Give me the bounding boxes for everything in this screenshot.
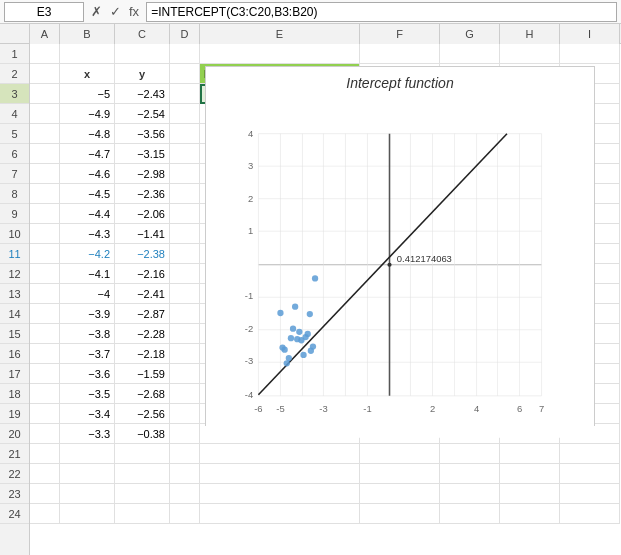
cell-E23[interactable] [200, 484, 360, 504]
cell-C23[interactable] [115, 484, 170, 504]
row-num-2[interactable]: 2 [0, 64, 29, 84]
cell-C4[interactable]: −2.54 [115, 104, 170, 124]
cell-D9[interactable] [170, 204, 200, 224]
col-header-d[interactable]: D [170, 24, 200, 44]
cell-D23[interactable] [170, 484, 200, 504]
cell-E24[interactable] [200, 504, 360, 524]
row-num-18[interactable]: 18 [0, 384, 29, 404]
cell-D19[interactable] [170, 404, 200, 424]
cell-C20[interactable]: −0.38 [115, 424, 170, 444]
row-num-10[interactable]: 10 [0, 224, 29, 244]
cell-C18[interactable]: −2.68 [115, 384, 170, 404]
cell-A15[interactable] [30, 324, 60, 344]
row-num-23[interactable]: 23 [0, 484, 29, 504]
cell-B21[interactable] [60, 444, 115, 464]
cell-D4[interactable] [170, 104, 200, 124]
col-header-e[interactable]: E [200, 24, 360, 44]
cell-C1[interactable] [115, 44, 170, 64]
cell-A18[interactable] [30, 384, 60, 404]
cell-F23[interactable] [360, 484, 440, 504]
cell-H24[interactable] [500, 504, 560, 524]
row-num-20[interactable]: 20 [0, 424, 29, 444]
cell-C22[interactable] [115, 464, 170, 484]
cell-G23[interactable] [440, 484, 500, 504]
cell-I23[interactable] [560, 484, 620, 504]
cell-I22[interactable] [560, 464, 620, 484]
cell-D16[interactable] [170, 344, 200, 364]
cell-B8[interactable]: −4.5 [60, 184, 115, 204]
cell-H1[interactable] [500, 44, 560, 64]
cell-D13[interactable] [170, 284, 200, 304]
cell-B16[interactable]: −3.7 [60, 344, 115, 364]
row-num-3[interactable]: 3 [0, 84, 29, 104]
cell-A6[interactable] [30, 144, 60, 164]
cell-B9[interactable]: −4.4 [60, 204, 115, 224]
row-num-21[interactable]: 21 [0, 444, 29, 464]
cell-B4[interactable]: −4.9 [60, 104, 115, 124]
cell-C12[interactable]: −2.16 [115, 264, 170, 284]
row-num-6[interactable]: 6 [0, 144, 29, 164]
cell-G22[interactable] [440, 464, 500, 484]
cell-A22[interactable] [30, 464, 60, 484]
cell-C15[interactable]: −2.28 [115, 324, 170, 344]
row-num-15[interactable]: 15 [0, 324, 29, 344]
row-num-9[interactable]: 9 [0, 204, 29, 224]
row-num-4[interactable]: 4 [0, 104, 29, 124]
cell-D14[interactable] [170, 304, 200, 324]
cell-D8[interactable] [170, 184, 200, 204]
cell-C16[interactable]: −2.18 [115, 344, 170, 364]
cell-C14[interactable]: −2.87 [115, 304, 170, 324]
cell-D24[interactable] [170, 504, 200, 524]
formula-input[interactable]: =INTERCEPT(C3:C20,B3:B20) [146, 2, 617, 22]
cell-A12[interactable] [30, 264, 60, 284]
cell-D22[interactable] [170, 464, 200, 484]
cell-B22[interactable] [60, 464, 115, 484]
cell-A3[interactable] [30, 84, 60, 104]
cell-G24[interactable] [440, 504, 500, 524]
cell-D17[interactable] [170, 364, 200, 384]
cell-B6[interactable]: −4.7 [60, 144, 115, 164]
cell-A17[interactable] [30, 364, 60, 384]
cell-B10[interactable]: −4.3 [60, 224, 115, 244]
cell-B23[interactable] [60, 484, 115, 504]
cell-B19[interactable]: −3.4 [60, 404, 115, 424]
cell-C19[interactable]: −2.56 [115, 404, 170, 424]
cell-C7[interactable]: −2.98 [115, 164, 170, 184]
row-num-24[interactable]: 24 [0, 504, 29, 524]
cell-B20[interactable]: −3.3 [60, 424, 115, 444]
row-num-11[interactable]: 11 [0, 244, 29, 264]
cell-D20[interactable] [170, 424, 200, 444]
cell-D7[interactable] [170, 164, 200, 184]
cell-C17[interactable]: −1.59 [115, 364, 170, 384]
cell-A23[interactable] [30, 484, 60, 504]
cell-A7[interactable] [30, 164, 60, 184]
cell-C21[interactable] [115, 444, 170, 464]
row-num-8[interactable]: 8 [0, 184, 29, 204]
cell-A2[interactable] [30, 64, 60, 84]
cell-C11[interactable]: −2.38 [115, 244, 170, 264]
cell-B15[interactable]: −3.8 [60, 324, 115, 344]
col-header-b[interactable]: B [60, 24, 115, 44]
row-num-16[interactable]: 16 [0, 344, 29, 364]
cell-A13[interactable] [30, 284, 60, 304]
cell-D11[interactable] [170, 244, 200, 264]
cell-D18[interactable] [170, 384, 200, 404]
cell-B11[interactable]: −4.2 [60, 244, 115, 264]
cell-E1[interactable] [200, 44, 360, 64]
col-header-i[interactable]: I [560, 24, 620, 44]
cell-B24[interactable] [60, 504, 115, 524]
col-header-h[interactable]: H [500, 24, 560, 44]
confirm-icon[interactable]: ✓ [107, 4, 124, 19]
cell-B12[interactable]: −4.1 [60, 264, 115, 284]
cell-D15[interactable] [170, 324, 200, 344]
cell-H23[interactable] [500, 484, 560, 504]
cell-F22[interactable] [360, 464, 440, 484]
cell-D5[interactable] [170, 124, 200, 144]
cell-H22[interactable] [500, 464, 560, 484]
name-box[interactable]: E3 [4, 2, 84, 22]
cell-B13[interactable]: −4 [60, 284, 115, 304]
cell-B14[interactable]: −3.9 [60, 304, 115, 324]
cell-D21[interactable] [170, 444, 200, 464]
cell-A5[interactable] [30, 124, 60, 144]
cell-A19[interactable] [30, 404, 60, 424]
